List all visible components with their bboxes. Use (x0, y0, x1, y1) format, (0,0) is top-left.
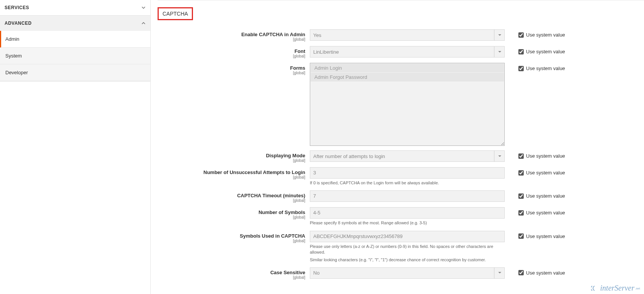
field-label: Enable CAPTCHA in Admin (241, 32, 305, 37)
dropdown-caret-icon (494, 151, 501, 161)
field-label: CAPTCHA Timeout (minutes) (237, 193, 305, 198)
font-select[interactable]: LinLibertine (310, 46, 505, 58)
timeout-input[interactable]: 7 (310, 190, 505, 202)
field-scope: [global] (158, 71, 305, 75)
field-case-sensitive: Case Sensitive [global] No Use system va… (158, 267, 633, 280)
watermark-logo: interServer .net (591, 284, 640, 292)
use-system-value-font[interactable]: Use system value (518, 49, 565, 54)
input-value: 3 (313, 170, 316, 176)
help-text: If 0 is specified, CAPTCHA on the Login … (310, 180, 505, 186)
select-value: LinLibertine (313, 49, 339, 55)
use-system-checkbox[interactable] (518, 32, 524, 38)
field-scope: [global] (158, 158, 305, 163)
use-system-checkbox[interactable] (518, 170, 524, 176)
help-text: Please specify 8 symbols at the most. Ra… (310, 220, 505, 226)
field-label: Font (295, 48, 305, 54)
use-system-value-attempts[interactable]: Use system value (518, 170, 565, 176)
field-enable-captcha: Enable CAPTCHA in Admin [global] Yes Use… (158, 29, 633, 42)
select-value: Yes (313, 32, 321, 38)
field-label: Case Sensitive (270, 270, 305, 275)
use-system-value-forms[interactable]: Use system value (518, 66, 565, 71)
sidebar-item-admin[interactable]: Admin (0, 31, 150, 48)
section-title[interactable]: CAPTCHA (158, 7, 193, 20)
field-display-mode: Displaying Mode [global] After number of… (158, 150, 633, 163)
config-sidebar: SERVICES ADVANCED Admin System (0, 0, 151, 294)
dropdown-caret-icon (494, 30, 501, 40)
interserver-logo-icon (591, 285, 599, 292)
sidebar-item-developer[interactable]: Developer (0, 64, 150, 81)
use-system-value-case-sensitive[interactable]: Use system value (518, 270, 565, 276)
sidebar-item-label: Developer (5, 70, 28, 75)
attempts-input[interactable]: 3 (310, 167, 505, 179)
input-value: 4-5 (313, 210, 320, 216)
use-system-value-symbols[interactable]: Use system value (518, 210, 565, 216)
field-symbols: Number of Symbols [global] 4-5 Please sp… (158, 207, 633, 226)
field-label: Number of Unsuccessful Attempts to Login (204, 169, 305, 175)
field-scope: [global] (158, 175, 305, 179)
field-symbols-used: Symbols Used in CAPTCHA [global] ABCDEFG… (158, 231, 633, 263)
field-label: Displaying Mode (266, 153, 305, 158)
chevron-up-icon (141, 21, 146, 26)
help-text: Similar looking characters (e.g. "i", "l… (310, 257, 505, 263)
field-scope: [global] (158, 198, 305, 203)
field-label: Symbols Used in CAPTCHA (240, 233, 305, 239)
forms-option[interactable]: Admin Forgot Password (311, 73, 504, 81)
display-mode-select[interactable]: After number of attempts to login (310, 150, 505, 162)
field-label: Number of Symbols (258, 209, 305, 215)
main-content: CAPTCHA Enable CAPTCHA in Admin [global]… (151, 0, 644, 294)
field-timeout: CAPTCHA Timeout (minutes) [global] 7 Use… (158, 190, 633, 203)
use-system-value-enable[interactable]: Use system value (518, 32, 565, 38)
use-system-value-display-mode[interactable]: Use system value (518, 153, 565, 159)
field-attempts: Number of Unsuccessful Attempts to Login… (158, 167, 633, 186)
sidebar-section-label: ADVANCED (5, 21, 32, 26)
symbols-used-input[interactable]: ABCDEFGHJKMnpqrstuvwxyz23456789 (310, 231, 505, 242)
use-system-checkbox[interactable] (518, 270, 524, 275)
use-system-checkbox[interactable] (518, 233, 524, 239)
field-scope: [global] (158, 215, 305, 219)
sidebar-item-system[interactable]: System (0, 48, 150, 64)
chevron-down-icon (141, 5, 146, 10)
use-system-checkbox[interactable] (518, 153, 524, 159)
sidebar-items: Admin System Developer (0, 31, 150, 81)
case-sensitive-select[interactable]: No (310, 267, 505, 279)
field-label: Forms (290, 65, 305, 71)
symbols-input[interactable]: 4-5 (310, 207, 505, 219)
use-system-value-symbols-used[interactable]: Use system value (518, 233, 565, 239)
sidebar-item-label: System (5, 53, 22, 59)
select-value: After number of attempts to login (313, 153, 385, 159)
forms-multiselect[interactable]: Admin Login Admin Forgot Password (310, 63, 505, 146)
use-system-checkbox[interactable] (518, 49, 524, 54)
select-value: No (313, 270, 320, 276)
use-system-value-timeout[interactable]: Use system value (518, 193, 565, 199)
help-text: Please use only letters (a-z or A-Z) or … (310, 244, 505, 256)
sidebar-section-services[interactable]: SERVICES (0, 0, 150, 15)
sidebar-item-label: Admin (5, 36, 19, 42)
field-font: Font [global] LinLibertine Use system va… (158, 46, 633, 58)
field-scope: [global] (158, 239, 305, 243)
dropdown-caret-icon (494, 268, 501, 278)
field-scope: [global] (158, 275, 305, 280)
sidebar-section-advanced[interactable]: ADVANCED (0, 16, 150, 31)
use-system-checkbox[interactable] (518, 210, 524, 216)
input-value: ABCDEFGHJKMnpqrstuvwxyz23456789 (313, 233, 403, 239)
field-scope: [global] (158, 54, 305, 58)
use-system-checkbox[interactable] (518, 193, 524, 199)
forms-option[interactable]: Admin Login (311, 64, 504, 72)
dropdown-caret-icon (494, 46, 501, 57)
input-value: 7 (313, 193, 316, 199)
field-forms: Forms [global] Admin Login Admin Forgot … (158, 63, 633, 146)
enable-captcha-select[interactable]: Yes (310, 29, 505, 41)
field-scope: [global] (158, 37, 305, 42)
sidebar-section-label: SERVICES (5, 5, 29, 10)
use-system-checkbox[interactable] (518, 66, 524, 71)
